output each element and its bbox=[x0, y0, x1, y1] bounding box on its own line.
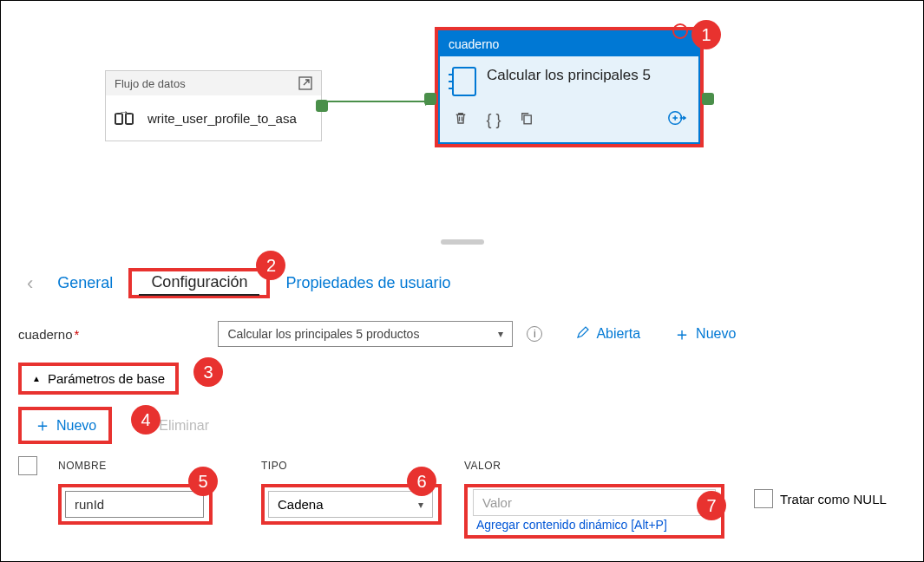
output-connector[interactable] bbox=[702, 93, 714, 105]
tab-user-properties[interactable]: Propiedades de usuario bbox=[273, 271, 462, 296]
notebook-select-value: Calcular los principales 5 productos bbox=[227, 327, 419, 341]
svg-rect-1 bbox=[524, 115, 531, 124]
notebook-select[interactable]: Calcular los principales 5 productos ▾ bbox=[218, 321, 513, 347]
notebook-type-label: cuaderno bbox=[440, 32, 698, 56]
open-button[interactable]: Abierta bbox=[575, 324, 640, 344]
param-name-input[interactable]: runId bbox=[65, 491, 204, 518]
pipeline-canvas[interactable]: Flujo de datos → write_user_profile_to_a… bbox=[1, 1, 923, 226]
new-button[interactable]: ＋ Nuevo bbox=[673, 323, 736, 346]
select-all-checkbox[interactable] bbox=[18, 456, 37, 475]
copy-icon[interactable] bbox=[518, 110, 535, 130]
callout-6: 6 bbox=[407, 467, 436, 496]
input-connector[interactable] bbox=[424, 93, 436, 105]
plus-icon: ＋ bbox=[34, 414, 51, 437]
param-type-select[interactable]: Cadena ▾ bbox=[268, 491, 433, 518]
info-icon[interactable]: i bbox=[527, 326, 542, 342]
tab-settings[interactable]: Configuración bbox=[139, 270, 259, 296]
treat-as-null-checkbox[interactable] bbox=[754, 489, 773, 508]
dataflow-type-label: Flujo de datos bbox=[115, 77, 186, 90]
braces-icon[interactable]: { } bbox=[485, 111, 502, 129]
param-value-input[interactable]: Valor bbox=[473, 489, 716, 516]
panel-drag-handle[interactable] bbox=[441, 239, 484, 245]
notebook-field-label: cuaderno* bbox=[18, 327, 79, 342]
back-chevron-icon[interactable]: ‹ bbox=[18, 272, 42, 295]
new-parameter-button[interactable]: ＋ Nuevo bbox=[18, 407, 112, 444]
flow-connector bbox=[322, 101, 430, 102]
chevron-down-icon: ▾ bbox=[498, 328, 503, 340]
properties-panel: ‹ General Configuración 2 Propiedades de… bbox=[1, 258, 923, 549]
marker-circle bbox=[672, 23, 688, 39]
tab-general[interactable]: General bbox=[45, 271, 125, 296]
base-parameters-toggle[interactable]: ▲ Parámetros de base bbox=[18, 363, 179, 395]
delete-button[interactable]: Eliminar bbox=[159, 418, 209, 434]
callout-7: 7 bbox=[697, 491, 726, 520]
delete-icon[interactable] bbox=[452, 110, 469, 130]
notebook-title: Calcular los principales 5 bbox=[487, 67, 651, 84]
callout-3: 3 bbox=[193, 357, 223, 387]
callout-5: 5 bbox=[188, 467, 218, 496]
popout-icon[interactable] bbox=[298, 76, 312, 90]
notebook-icon bbox=[452, 67, 476, 96]
add-output-icon[interactable] bbox=[667, 108, 686, 132]
treat-as-null-label: Tratar como NULL bbox=[780, 492, 887, 506]
callout-1: 1 bbox=[691, 20, 721, 49]
callout-4: 4 bbox=[131, 405, 161, 435]
triangle-down-icon: ▲ bbox=[32, 374, 41, 383]
add-dynamic-content-link[interactable]: Agregar contenido dinámico [Alt+P] bbox=[473, 516, 716, 533]
chevron-down-icon: ▾ bbox=[418, 499, 423, 511]
dataflow-node[interactable]: Flujo de datos → write_user_profile_to_a… bbox=[105, 70, 322, 141]
dataflow-icon: → bbox=[115, 106, 139, 130]
plus-icon: ＋ bbox=[673, 323, 691, 346]
edit-icon bbox=[575, 324, 591, 344]
notebook-node-highlight: cuaderno Calcular los principales 5 { } bbox=[435, 27, 704, 147]
dataflow-name: write_user_profile_to_asa bbox=[147, 111, 297, 126]
column-header-value: VALOR bbox=[464, 460, 724, 472]
notebook-node[interactable]: cuaderno Calcular los principales 5 { } bbox=[438, 30, 700, 144]
